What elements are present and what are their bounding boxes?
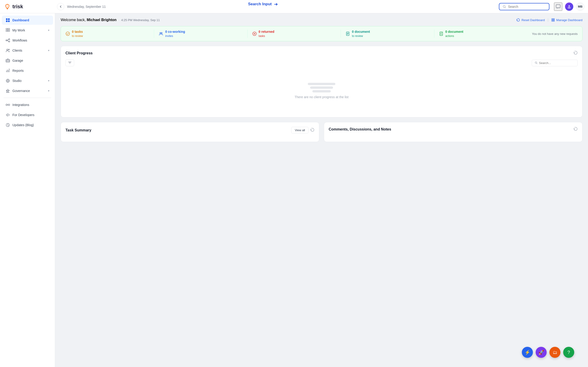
svg-rect-29 <box>552 20 553 21</box>
empty-line-2 <box>310 86 333 89</box>
reports-icon <box>6 68 10 73</box>
dashboard-icon <box>6 18 10 23</box>
svg-point-15 <box>6 40 7 41</box>
doc-actions-content: 0 document actions <box>445 30 464 38</box>
reset-dashboard-button[interactable]: Reset Dashboard <box>516 18 545 22</box>
fab-archive-button[interactable]: 🗂 <box>549 347 561 358</box>
workflows-icon <box>6 38 10 43</box>
sidebar-item-studio[interactable]: Studio ▾ <box>2 76 53 85</box>
svg-rect-11 <box>6 28 8 30</box>
bottom-grid: Task Summary View all <box>61 122 582 147</box>
co-working-content: 0 co-working invites <box>165 30 185 38</box>
tasks-label: to review <box>72 34 83 38</box>
sidebar-item-workflows[interactable]: Workflows <box>2 36 53 45</box>
sidebar-item-clients[interactable]: Clients ▾ <box>2 46 53 55</box>
header-date: Wednesday, September 11 <box>67 5 496 8</box>
svg-point-6 <box>570 7 570 8</box>
card-header-cp: Client Progress <box>65 51 578 56</box>
cp-search-box[interactable] <box>532 60 578 66</box>
sidebar-label-governance: Governance <box>12 89 46 93</box>
sidebar-item-governance[interactable]: Governance ▾ <box>2 86 53 95</box>
search-input[interactable] <box>508 5 546 8</box>
manage-dashboard-button[interactable]: Manage Dashboard <box>551 18 582 22</box>
chat-button[interactable] <box>554 2 562 11</box>
view-all-label: View all <box>295 128 305 132</box>
doc-actions-label: actions <box>445 34 454 38</box>
welcome-bar: Welcome back, Michael Brighton 4:25 PM W… <box>61 18 582 22</box>
header-icons: MB <box>554 2 584 11</box>
stats-bar: 0 tasks to review 0 co-working invites <box>61 26 582 41</box>
empty-line-1 <box>308 83 335 85</box>
app-header: trisk Wednesday, September 11 Search Inp… <box>0 0 588 13</box>
no-requests-text: You do not have any new requests <box>532 32 578 35</box>
comments-refresh-icon <box>573 127 578 131</box>
svg-point-17 <box>9 41 10 42</box>
sidebar-label-studio: Studio <box>12 79 46 83</box>
stat-tasks-content: 0 tasks to review <box>72 30 83 38</box>
sidebar-item-reports[interactable]: Reports <box>2 66 53 75</box>
cp-search-input[interactable] <box>539 61 575 65</box>
welcome-time: 4:25 PM Wednesday, Sep 11 <box>121 18 160 22</box>
refresh-icon <box>573 51 578 55</box>
cp-refresh-button[interactable] <box>573 51 578 56</box>
svg-point-33 <box>161 33 162 34</box>
sidebar-item-my-work[interactable]: My Work ▾ <box>2 26 53 35</box>
task-refresh-icon <box>310 128 314 132</box>
sidebar-item-integrations[interactable]: Integrations <box>2 100 53 109</box>
empty-line-3 <box>312 90 331 92</box>
co-working-icon <box>159 31 163 36</box>
view-all-button[interactable]: View all <box>291 127 309 133</box>
doc-actions-icon <box>439 31 443 36</box>
clients-icon <box>6 48 10 53</box>
svg-rect-36 <box>440 32 443 35</box>
svg-point-21 <box>9 69 10 69</box>
fab-help-button[interactable]: ? <box>563 347 574 358</box>
search-box[interactable] <box>499 3 549 10</box>
returned-count: 0 returned <box>259 30 274 33</box>
comments-header: Comments, Discussions, and Notes <box>329 127 578 132</box>
nav-back-button[interactable] <box>57 3 64 10</box>
updates-icon <box>6 123 10 127</box>
reset-icon <box>516 18 520 22</box>
svg-point-16 <box>9 39 10 40</box>
filter-icon <box>68 61 72 65</box>
sidebar-item-garage[interactable]: Garage <box>2 56 53 65</box>
doc-review-icon <box>346 31 350 36</box>
comments-refresh-button[interactable] <box>573 127 578 132</box>
time-value: 4:25 PM <box>121 18 132 22</box>
manage-icon <box>551 18 555 22</box>
doc-review-label: to review <box>352 34 363 38</box>
svg-rect-9 <box>6 20 8 22</box>
task-summary-actions: View all <box>291 127 314 133</box>
sidebar-item-dashboard[interactable]: Dashboard <box>2 16 53 25</box>
svg-point-5 <box>568 7 569 8</box>
task-refresh-button[interactable] <box>310 128 314 133</box>
garage-icon <box>6 58 10 63</box>
ai-avatar[interactable] <box>565 2 573 11</box>
svg-rect-27 <box>552 19 553 20</box>
filter-button[interactable] <box>65 59 74 66</box>
sidebar-item-updates-blog[interactable]: Updates (Blog) <box>2 120 53 130</box>
svg-point-32 <box>160 33 161 34</box>
fab-lightning-button[interactable]: ⚡ <box>522 347 533 358</box>
svg-rect-20 <box>6 59 10 62</box>
cp-toolbar <box>65 59 578 66</box>
chevron-down-icon-studio: ▾ <box>48 79 49 82</box>
stat-doc-actions: 0 document actions <box>434 30 527 38</box>
stat-doc-review: 0 document to review <box>341 30 434 38</box>
client-progress-card: Client Progress <box>61 46 582 117</box>
action-divider: | <box>548 18 548 22</box>
svg-rect-14 <box>8 30 10 31</box>
sidebar-label-updates-blog: Updates (Blog) <box>12 123 49 127</box>
fab-group: ⚡ 🚀 🗂 ? <box>522 347 574 358</box>
logo-text: trisk <box>12 4 23 10</box>
user-avatar[interactable]: MB <box>576 2 584 11</box>
sidebar-label-for-developers: For Developers <box>12 113 49 117</box>
svg-rect-2 <box>556 5 560 8</box>
chevron-down-icon-clients: ▾ <box>48 49 49 52</box>
svg-rect-10 <box>8 20 10 22</box>
task-summary-header: Task Summary View all <box>65 127 314 133</box>
sidebar-label-integrations: Integrations <box>12 103 49 107</box>
fab-rocket-button[interactable]: 🚀 <box>536 347 547 358</box>
sidebar-item-for-developers[interactable]: For Developers <box>2 110 53 119</box>
